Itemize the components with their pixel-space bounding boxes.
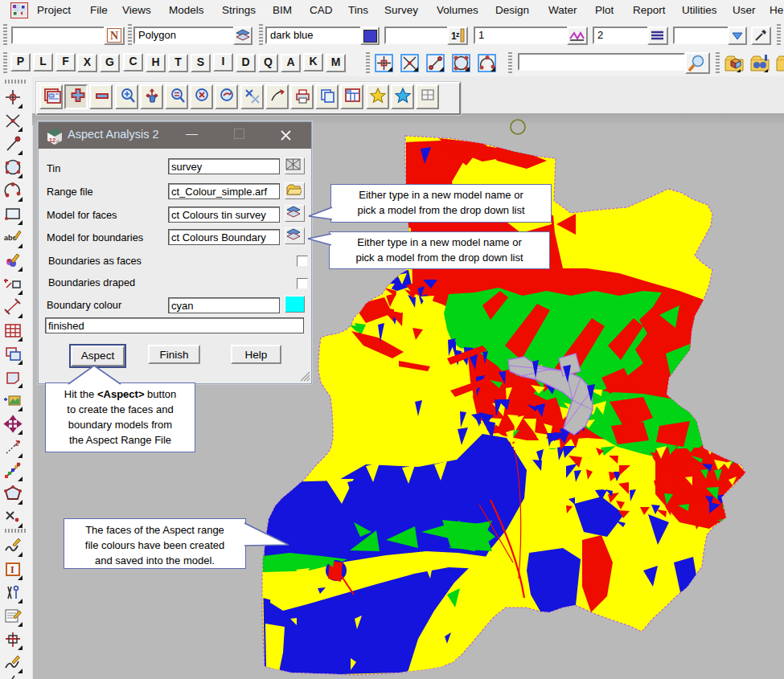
svg-text:d: d — [56, 139, 59, 144]
svg-text:12: 12 — [49, 137, 55, 143]
